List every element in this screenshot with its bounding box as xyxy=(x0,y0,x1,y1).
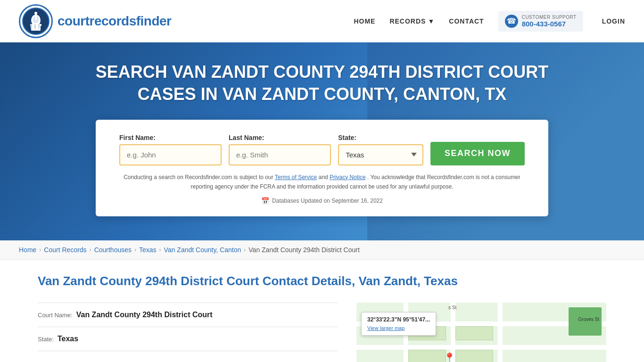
privacy-notice-link[interactable]: Privacy Notice xyxy=(330,174,366,181)
details-map-row: Court Name: Van Zandt County 294th Distr… xyxy=(38,303,606,362)
breadcrumb-sep-2: › xyxy=(90,247,91,253)
state-group: State: Texas Alabama Alaska Arizona Cali… xyxy=(338,134,423,165)
phone-icon: ☎ xyxy=(505,15,518,28)
breadcrumb-sep-1: › xyxy=(39,247,41,253)
map-s-st-label: s St xyxy=(448,305,456,310)
court-name-label: Court Name: xyxy=(38,312,73,319)
search-row: First Name: Last Name: State: Texas Alab… xyxy=(119,134,525,165)
map-background: Groves St s St 📍 32°33'22.3"N 95°51'47..… xyxy=(356,303,606,362)
first-name-label: First Name: xyxy=(119,134,222,141)
nav-records[interactable]: RECORDS ▼ xyxy=(389,17,435,25)
site-header: courtrecordsfinder HOME RECORDS ▼ CONTAC… xyxy=(0,0,644,42)
state-detail-value: Texas xyxy=(58,335,78,343)
map-panel: Groves St s St 📍 32°33'22.3"N 95°51'47..… xyxy=(356,303,606,362)
nav-home[interactable]: HOME xyxy=(354,17,375,25)
nav-contact[interactable]: CONTACT xyxy=(449,17,484,25)
state-detail-label: State: xyxy=(38,336,54,343)
map-groves-label: Groves St xyxy=(578,317,599,322)
breadcrumb-home[interactable]: Home xyxy=(19,246,36,254)
svg-rect-7 xyxy=(31,24,32,29)
logo-area: courtrecordsfinder xyxy=(19,4,354,38)
court-name-row: Court Name: Van Zandt County 294th Distr… xyxy=(38,303,338,327)
search-card: First Name: Last Name: State: Texas Alab… xyxy=(96,120,548,217)
svg-rect-5 xyxy=(35,14,37,20)
map-pin: 📍 xyxy=(444,352,455,362)
db-updated: 📅 Databases Updated on September 16, 202… xyxy=(119,197,525,205)
hero-title: SEARCH VAN ZANDT COUNTY 294TH DISTRICT C… xyxy=(86,61,558,106)
last-name-label: Last Name: xyxy=(229,134,331,141)
main-nav: HOME RECORDS ▼ CONTACT ☎ CUSTOMER SUPPOR… xyxy=(354,11,625,32)
content-title: Van Zandt County 294th District Court Co… xyxy=(38,274,606,288)
breadcrumb-current: Van Zandt County 294th District Court xyxy=(248,246,360,254)
breadcrumb-texas[interactable]: Texas xyxy=(139,246,157,254)
view-larger-map-link[interactable]: View larger map xyxy=(367,325,405,331)
terms-text: Conducting a search on Recordsfinder.com… xyxy=(119,173,525,192)
last-name-group: Last Name: xyxy=(229,134,331,165)
breadcrumb-sep-3: › xyxy=(134,247,136,253)
dropdown-arrow-icon: ▼ xyxy=(428,17,435,25)
state-select[interactable]: Texas Alabama Alaska Arizona California … xyxy=(338,144,423,165)
details-panel: Court Name: Van Zandt County 294th Distr… xyxy=(38,303,338,362)
support-label: CUSTOMER SUPPORT xyxy=(522,15,577,20)
breadcrumb-courthouses[interactable]: Courthouses xyxy=(94,246,132,254)
logo-text[interactable]: courtrecordsfinder xyxy=(58,14,172,29)
map-popup: 32°33'22.3"N 95°51'47... View larger map xyxy=(361,312,436,336)
svg-rect-9 xyxy=(38,24,40,29)
breadcrumb-sep-4: › xyxy=(159,247,161,253)
first-name-input[interactable] xyxy=(119,144,222,165)
main-content: Van Zandt County 294th District Court Co… xyxy=(0,260,644,362)
search-now-button[interactable]: SEARCH NOW xyxy=(430,142,525,165)
last-name-input[interactable] xyxy=(229,144,331,165)
terms-of-service-link[interactable]: Terms of Service xyxy=(275,174,317,181)
breadcrumb: Home › Court Records › Courthouses › Tex… xyxy=(0,240,644,260)
support-number: 800-433-0567 xyxy=(522,20,577,28)
court-name-value: Van Zandt County 294th District Court xyxy=(76,311,213,319)
logo-icon[interactable] xyxy=(19,4,53,38)
breadcrumb-sep-5: › xyxy=(244,247,246,253)
svg-rect-8 xyxy=(34,24,36,29)
support-box[interactable]: ☎ CUSTOMER SUPPORT 800-433-0567 xyxy=(498,11,583,32)
hero-section: SEARCH VAN ZANDT COUNTY 294TH DISTRICT C… xyxy=(0,42,644,240)
map-container[interactable]: Groves St s St 📍 32°33'22.3"N 95°51'47..… xyxy=(356,303,606,362)
state-row: State: Texas xyxy=(38,327,338,351)
svg-point-6 xyxy=(34,12,37,15)
first-name-group: First Name: xyxy=(119,134,222,165)
login-button[interactable]: LOGIN xyxy=(602,17,625,25)
calendar-icon: 📅 xyxy=(261,197,269,205)
breadcrumb-court-records[interactable]: Court Records xyxy=(44,246,86,254)
state-label: State: xyxy=(338,134,423,141)
map-coords: 32°33'22.3"N 95°51'47... xyxy=(367,316,430,323)
breadcrumb-van-zandt-canton[interactable]: Van Zandt County, Canton xyxy=(164,246,241,254)
